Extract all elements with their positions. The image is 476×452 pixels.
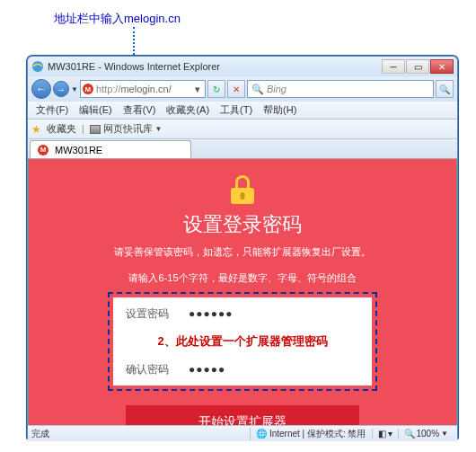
password-row: 设置密码 ●●●●●● — [113, 297, 372, 330]
status-zone: 🌐 Internet | 保护模式: 禁用 — [250, 428, 372, 440]
menu-bar: 文件(F) 编辑(E) 查看(V) 收藏夹(A) 工具(T) 帮助(H) — [28, 102, 457, 120]
lock-icon — [229, 175, 256, 202]
maximize-button[interactable]: ▭ — [406, 59, 429, 74]
url-host: melogin.cn/ — [120, 84, 191, 94]
forward-button[interactable]: → — [53, 81, 69, 97]
address-bar[interactable]: M http:// melogin.cn/ ▾ — [80, 80, 206, 98]
ie-window: MW301RE - Windows Internet Explorer ─ ▭ … — [27, 56, 458, 439]
favorites-item[interactable]: 网页快讯库 ▼ — [90, 122, 163, 136]
status-bar: 完成 🌐 Internet | 保护模式: 禁用 ◧▾ 🔍 100% ▼ — [28, 425, 457, 441]
close-button[interactable]: ✕ — [430, 59, 454, 74]
password-input[interactable]: ●●●●●● — [189, 307, 234, 320]
tab-favicon-icon: M — [38, 145, 48, 155]
submit-button[interactable]: 开始设置扩展器 — [126, 405, 359, 425]
zoom-value: 100% — [417, 429, 440, 439]
mode-icon: ◧ — [378, 429, 386, 439]
status-mode[interactable]: ◧▾ — [372, 429, 398, 439]
favorites-label[interactable]: 收藏夹 — [47, 122, 76, 136]
menu-file[interactable]: 文件(F) — [31, 102, 73, 119]
favorites-item-label: 网页快讯库 — [103, 122, 153, 136]
password-label: 设置密码 — [126, 306, 189, 322]
site-favicon-icon: M — [83, 84, 93, 94]
page-hint: 请输入6-15个字符，最好是数字、字母、符号的组合 — [29, 271, 456, 285]
window-title: MW301RE - Windows Internet Explorer — [48, 61, 382, 72]
url-scheme: http:// — [96, 84, 121, 94]
address-dropdown-icon[interactable]: ▾ — [192, 84, 203, 95]
menu-favorites[interactable]: 收藏夹(A) — [162, 102, 214, 119]
zone-text: Internet | 保护模式: 禁用 — [269, 428, 366, 440]
minimize-button[interactable]: ─ — [382, 59, 405, 74]
search-placeholder: Bing — [267, 84, 286, 94]
menu-edit[interactable]: 编辑(E) — [75, 102, 117, 119]
back-button[interactable]: ← — [31, 79, 51, 99]
ie-logo-icon — [31, 60, 44, 73]
password-form: 设置密码 ●●●●●● 2、此处设置一个扩展器管理密码 确认密码 ●●●●● — [108, 292, 377, 391]
search-icon: 🔍 — [251, 84, 264, 95]
search-box[interactable]: 🔍 Bing — [247, 80, 434, 98]
favorites-star-icon[interactable]: ★ — [31, 123, 41, 136]
nav-toolbar: ← → ▼ M http:// melogin.cn/ ▾ ↻ ✕ 🔍 Bing… — [28, 76, 457, 102]
tab-label: MW301RE — [55, 145, 102, 155]
window-controls: ─ ▭ ✕ — [382, 59, 454, 74]
menu-tools[interactable]: 工具(T) — [216, 102, 257, 119]
annotation-text: 地址栏中输入melogin.cn — [54, 11, 181, 27]
zoom-icon: 🔍 — [404, 429, 415, 439]
confirm-row: 确认密码 ●●●●● — [113, 353, 372, 386]
feed-icon — [90, 125, 101, 134]
titlebar: MW301RE - Windows Internet Explorer ─ ▭ … — [28, 57, 457, 76]
callout-text: 2、此处设置一个扩展器管理密码 — [113, 330, 372, 353]
nav-dropdown-icon[interactable]: ▼ — [71, 85, 78, 93]
search-go-button[interactable]: 🔍 — [436, 80, 454, 98]
tab-bar: M MW301RE — [28, 139, 457, 159]
zoom-control[interactable]: 🔍 100% ▼ — [398, 429, 454, 439]
favorites-bar: ★ 收藏夹 | 网页快讯库 ▼ — [28, 120, 457, 139]
confirm-input[interactable]: ●●●●● — [189, 363, 225, 376]
menu-view[interactable]: 查看(V) — [119, 102, 161, 119]
refresh-button[interactable]: ↻ — [207, 80, 225, 98]
page-subtitle: 请妥善保管该密码，如遗忘，只能将扩展器恢复出厂设置。 — [29, 245, 456, 259]
page-title: 设置登录密码 — [29, 211, 456, 238]
globe-icon: 🌐 — [256, 429, 267, 439]
status-text: 完成 — [31, 428, 250, 440]
browser-tab[interactable]: M MW301RE — [30, 140, 191, 158]
page-content: 设置登录密码 请妥善保管该密码，如遗忘，只能将扩展器恢复出厂设置。 请输入6-1… — [28, 159, 457, 425]
stop-button[interactable]: ✕ — [227, 80, 245, 98]
confirm-label: 确认密码 — [126, 362, 189, 377]
menu-help[interactable]: 帮助(H) — [259, 102, 301, 119]
